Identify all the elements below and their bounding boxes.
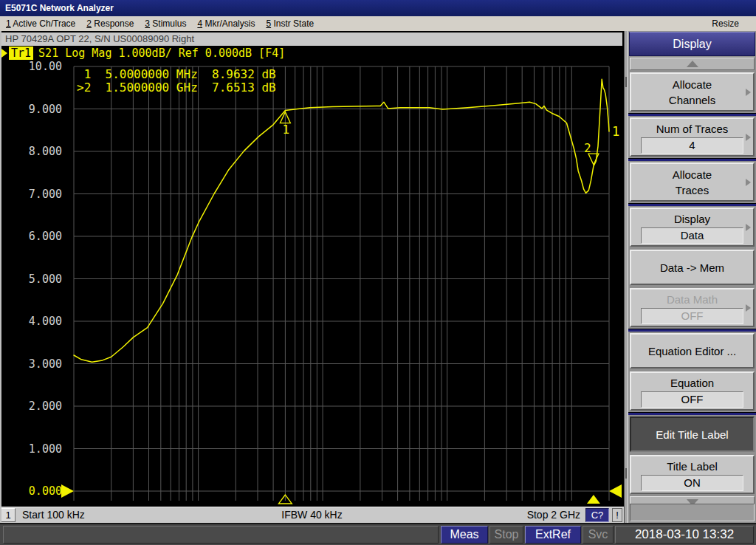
display-left-edge [0,31,1,523]
ref-level-arrow-right [609,484,622,498]
softkey-label: Data Math [667,292,718,307]
menu-item-instr-state[interactable]: 5 Instr State [266,18,314,29]
stop-frequency-label: Stop 2 GHz [527,508,580,522]
status-sweep-stop[interactable]: Stop [489,526,523,544]
submenu-arrow-icon [746,134,751,141]
status-bar-filler [3,526,439,544]
menu-item-stimulus[interactable]: 3 Stimulus [145,18,186,29]
window-title: E5071C Network Analyzer [5,3,114,13]
softkey-menu-title: Display [629,32,755,56]
submenu-arrow-icon [746,224,751,231]
status-extref[interactable]: ExtRef [525,526,581,544]
stop-frequency-group: Stop 2 GHz C? ! [527,508,622,522]
splitter-handle [625,468,627,479]
softkey-value: ON [641,475,743,491]
softkey-label: Channels [669,92,715,108]
status-bar: Meas Stop ExtRef Svc 2018-03-10 13:32 [0,523,756,545]
marker-2-label: 2 [584,141,591,155]
scroll-up-icon [687,61,698,67]
stimulus-bar: 1 Start 100 kHz IFBW 40 kHz Stop 2 GHz C… [0,507,624,523]
grid-lines [74,66,609,501]
softkey-value: 4 [641,137,743,154]
menu-item-mkr-analysis[interactable]: 4 Mkr/Analysis [197,18,255,29]
active-trace-arrow-icon [1,49,7,58]
softkey-data-to-mem[interactable]: Data -> Mem [630,250,755,285]
softkey-value: Data [641,227,743,244]
softkey-group-separator [628,158,756,161]
softkey-num-of-traces[interactable]: Num of Traces4 [630,117,755,157]
softkey-equation[interactable]: EquationOFF [630,371,755,411]
softkey-group-separator [628,412,756,415]
softkey-label: Equation Editor ... [648,343,736,359]
softkey-label: Edit Title Label [656,427,728,442]
softkey-scroll-up-button[interactable] [630,58,755,70]
marker-2-stimulus-indicator [587,495,600,504]
softkey-label: Allocate [673,77,712,92]
user-title-label: HP 70429A OPT 22, S/N US00089090 Right [1,32,622,46]
softkey-title-label[interactable]: Title LabelON [630,455,755,494]
softkey-group-separator [628,329,756,332]
softkey-group-separator [628,113,756,116]
instrument-display: 121 HP 70429A OPT 22, S/N US00089090 Rig… [0,31,624,523]
softkey-equation-editor[interactable]: Equation Editor ... [630,333,755,369]
softkey-value: OFF [641,391,743,408]
status-meas[interactable]: Meas [441,526,488,544]
menu-item-active-ch-trace[interactable]: 1 Active Ch/Trace [6,18,75,29]
submenu-arrow-icon [746,179,751,186]
menu-item-resize[interactable]: Resize [712,18,739,29]
softkey-label: Display [674,211,710,227]
softkey-label: Traces [676,182,709,198]
softkey-label: Equation [670,375,714,391]
softkey-data-math[interactable]: Data MathOFF [630,288,755,327]
softkey-sidebar: Display AllocateChannelsNum of Traces4Al… [628,31,756,523]
softkey-label: Data -> Mem [660,260,724,275]
softkey-label: Num of Traces [656,121,729,137]
softkey-allocate-channels[interactable]: AllocateChannels [630,72,755,112]
softkey-allocate-traces[interactable]: AllocateTraces [630,162,755,202]
status-svc[interactable]: Svc [583,526,614,544]
softkey-label: Title Label [667,459,718,474]
menu-item-response[interactable]: 2 Response [86,18,134,29]
softkey-label: Allocate [673,167,712,182]
softkey-value: OFF [641,308,743,324]
trace-info-line: Tr1 S21 Log Mag 1.000dB/ Ref 0.000dB [F4… [1,47,285,60]
trace-format-text: S21 Log Mag 1.000dB/ Ref 0.000dB [F4] [38,47,285,60]
sidebar-empty-panel [630,504,755,521]
splitter-handle [625,77,627,87]
measurement-plot: 121 [0,31,624,523]
softkey-edit-title-label[interactable]: Edit Title Label [630,417,755,452]
submenu-arrow-icon [746,89,751,96]
trace-tr1 [74,79,609,362]
trace-tag[interactable]: Tr1 [9,47,33,60]
softkey-list: AllocateChannelsNum of Traces4AllocateTr… [628,71,756,496]
trace-number-label: 1 [612,124,619,139]
menu-bar: 1 Active Ch/Trace2 Response3 Stimulus4 M… [0,16,756,31]
warning-badge: ! [612,508,622,522]
ref-level-arrow-left [61,484,74,498]
submenu-arrow-icon [746,304,751,312]
correction-status-badge: C? [585,508,609,522]
window-title-bar: E5071C Network Analyzer [0,0,756,16]
status-datetime: 2018-03-10 13:32 [615,526,754,544]
softkey-group-separator [628,203,756,206]
marker-1-label: 1 [282,123,289,137]
menu-items: 1 Active Ch/Trace2 Response3 Stimulus4 M… [6,18,325,29]
softkey-display-data[interactable]: DisplayData [630,208,755,247]
